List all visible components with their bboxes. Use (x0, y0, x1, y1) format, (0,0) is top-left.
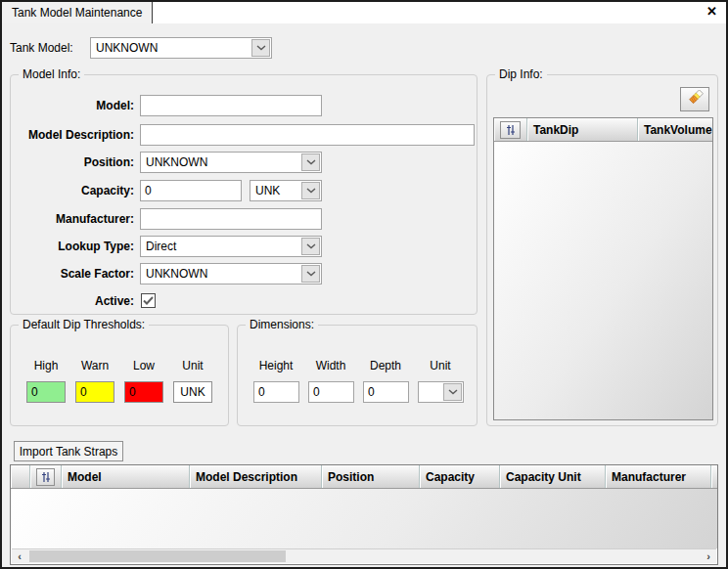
scroll-right-icon[interactable]: › (701, 549, 716, 563)
dip-table-body[interactable] (494, 142, 712, 419)
close-icon[interactable]: ✕ (706, 4, 717, 19)
chevron-down-icon[interactable] (301, 265, 320, 283)
column-header-model-description[interactable]: Model Description (190, 465, 322, 488)
model-description-label: Model Description: (15, 124, 134, 146)
column-header-tankvolume[interactable]: TankVolume (638, 118, 713, 141)
straps-column-chooser-cell[interactable] (30, 465, 62, 488)
scrollbar-thumb[interactable] (29, 550, 286, 562)
height-input[interactable] (253, 381, 299, 403)
model-info-title: Model Info: (19, 67, 84, 81)
active-checkbox[interactable] (141, 293, 156, 308)
scale-factor-label: Scale Factor: (15, 263, 134, 284)
active-label: Active: (15, 290, 134, 312)
lookup-type-value: Direct (146, 237, 299, 256)
scale-factor-select[interactable]: UNKNOWN (140, 263, 322, 284)
position-label: Position: (15, 152, 134, 173)
width-label: Width (304, 355, 357, 376)
manufacturer-input[interactable] (140, 208, 322, 230)
capacity-input[interactable] (140, 180, 242, 201)
model-input[interactable] (140, 95, 322, 116)
dim-unit-label: Unit (414, 355, 467, 376)
eraser-icon (686, 90, 704, 109)
chevron-down-icon[interactable] (301, 182, 320, 199)
column-settings-icon[interactable] (36, 468, 55, 486)
column-header-capacity-unit[interactable]: Capacity Unit (500, 465, 606, 488)
column-header-manufacturer[interactable]: Manufacturer (606, 465, 711, 488)
column-header-tankdip[interactable]: TankDip (527, 118, 638, 141)
column-header-capacity[interactable]: Capacity (420, 465, 500, 488)
straps-table-body[interactable] (11, 489, 717, 548)
dimensions-title: Dimensions: (246, 318, 318, 331)
column-header-lookup[interactable]: Lookup (711, 465, 718, 488)
dimensions-group: Dimensions: Height Width Depth Unit (237, 325, 478, 426)
capacity-label: Capacity: (15, 180, 134, 201)
threshold-unit-field[interactable]: UNK (173, 381, 212, 403)
unit-label: Unit (171, 355, 214, 376)
tab-strip: Tank Model Maintenance ✕ (2, 2, 726, 23)
height-label: Height (250, 355, 302, 376)
dim-unit-select[interactable] (418, 381, 464, 403)
default-dip-thresholds-title: Default Dip Thresholds: (19, 318, 149, 331)
dip-info-title: Dip Info: (495, 67, 547, 81)
low-threshold-input[interactable] (124, 381, 163, 403)
default-dip-thresholds-group: Default Dip Thresholds: High Warn Low Un… (10, 325, 229, 426)
scroll-left-icon[interactable]: ‹ (12, 549, 27, 563)
model-label: Model: (15, 95, 134, 116)
low-label: Low (122, 355, 165, 376)
position-value: UNKNOWN (146, 153, 299, 172)
row-indicator-header-cell (11, 465, 30, 488)
dip-table-header: TankDip TankVolume (494, 118, 712, 142)
chevron-down-icon[interactable] (301, 238, 320, 255)
scale-factor-value: UNKNOWN (146, 264, 299, 284)
width-input[interactable] (308, 381, 354, 403)
dip-table: TankDip TankVolume (493, 117, 713, 420)
column-settings-icon[interactable] (500, 121, 521, 139)
chevron-down-icon[interactable] (251, 39, 270, 57)
capacity-unit-value: UNK (255, 181, 299, 200)
high-threshold-input[interactable] (26, 381, 66, 403)
high-label: High (24, 355, 68, 376)
depth-input[interactable] (363, 381, 409, 403)
tank-model-select[interactable]: UNKNOWN (90, 37, 272, 59)
manufacturer-label: Manufacturer: (15, 208, 134, 230)
warn-threshold-input[interactable] (75, 381, 114, 403)
erase-dips-button[interactable] (680, 87, 709, 111)
column-header-model[interactable]: Model (62, 465, 190, 488)
warn-label: Warn (73, 355, 116, 376)
depth-label: Depth (359, 355, 412, 376)
horizontal-scrollbar[interactable]: ‹ › (12, 548, 716, 563)
import-tank-straps-button[interactable]: Import Tank Straps (14, 441, 123, 461)
straps-table-header: Model Model Description Position Capacit… (11, 465, 717, 489)
model-info-group: Model Info: Model: Model Description: Po… (10, 74, 478, 315)
tank-model-value: UNKNOWN (96, 38, 250, 58)
straps-table: Model Model Description Position Capacit… (10, 464, 718, 565)
dip-info-group: Dip Info: (486, 74, 718, 426)
tank-model-maintenance-window: Tank Model Maintenance ✕ Tank Model: UNK… (0, 0, 728, 569)
capacity-unit-select[interactable]: UNK (250, 180, 322, 201)
chevron-down-icon[interactable] (443, 383, 462, 401)
column-header-position[interactable]: Position (322, 465, 420, 488)
position-select[interactable]: UNKNOWN (140, 152, 322, 173)
lookup-type-label: Lookup Type: (15, 236, 134, 257)
chevron-down-icon[interactable] (301, 153, 320, 171)
dip-column-chooser-cell[interactable] (494, 118, 527, 141)
tab-tank-model-maintenance[interactable]: Tank Model Maintenance (2, 2, 153, 23)
lookup-type-select[interactable]: Direct (140, 236, 322, 257)
tank-model-label: Tank Model: (10, 37, 73, 59)
model-description-input[interactable] (140, 124, 475, 146)
